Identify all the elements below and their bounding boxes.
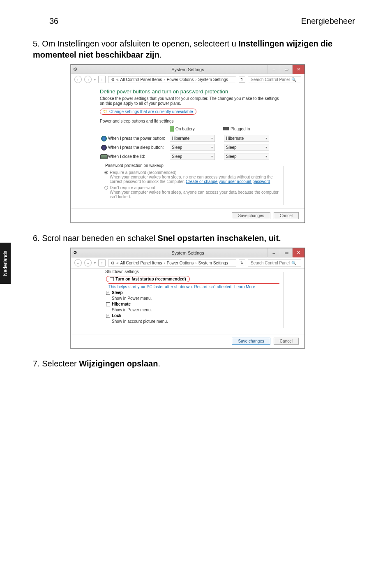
window-title: System Settings — [171, 67, 204, 72]
power-button-label: When I press the power button: — [108, 136, 170, 141]
window-maximize-button[interactable]: ▭ — [280, 248, 292, 257]
password-protection-group: Password protection on wakeup Require a … — [100, 166, 284, 205]
breadcrumb-item-2[interactable]: Power Options — [167, 261, 194, 265]
section-title: Energiebeheer — [301, 16, 355, 26]
power-sleep-lid-legend: Power and sleep buttons and lid settings — [100, 119, 284, 123]
chevron-right-icon: › — [195, 77, 196, 82]
window-close-button[interactable]: ✕ — [292, 65, 304, 74]
step-6-bold: Snel opstarten inschakelen, uit. — [158, 234, 281, 243]
step-6-number: 6. — [33, 234, 40, 243]
window-maximize-button[interactable]: ▭ — [280, 65, 292, 74]
shutdown-settings-group: Shutdown settings Turn on fast startup (… — [100, 272, 284, 328]
fast-startup-label: Turn on fast startup (recommended) — [115, 277, 186, 281]
chevron-down-icon: ▾ — [265, 155, 267, 158]
chevron-down-icon: ▾ — [211, 155, 213, 158]
chevron-down-icon: ▾ — [211, 137, 213, 140]
breadcrumb-icon: ⚙ — [111, 77, 115, 82]
breadcrumb-item-1[interactable]: All Control Panel Items — [120, 77, 162, 82]
breadcrumb-item-2[interactable]: Power Options — [167, 77, 194, 82]
no-password-label: Don't require a password — [110, 185, 155, 190]
breadcrumb-item-1[interactable]: All Control Panel Items — [120, 261, 162, 265]
up-button[interactable]: ↑ — [98, 259, 106, 266]
shutdown-settings-legend: Shutdown settings — [104, 269, 141, 274]
breadcrumb[interactable]: ⚙ « All Control Panel Items › Power Opti… — [108, 76, 236, 83]
chevron-right-icon: › — [164, 77, 165, 82]
refresh-button[interactable]: ↻ — [239, 76, 245, 83]
up-button[interactable]: ↑ — [98, 76, 106, 83]
shield-icon: 🛡 — [104, 109, 108, 114]
search-placeholder: Search Control Panel — [251, 77, 290, 82]
fast-startup-checkbox[interactable] — [110, 277, 114, 281]
no-password-radio[interactable] — [104, 186, 108, 190]
step-5-number: 5. — [33, 39, 40, 48]
learn-more-link[interactable]: Learn More — [234, 285, 255, 289]
search-icon: 🔍 — [291, 77, 296, 82]
breadcrumb-icon: ⚙ — [111, 261, 115, 265]
refresh-button[interactable]: ↻ — [239, 259, 245, 266]
plug-icon — [223, 127, 229, 130]
sleep-button-battery-value: Sleep — [172, 145, 182, 150]
search-input[interactable]: Search Control Panel 🔍 — [248, 259, 301, 266]
lock-checkbox[interactable] — [106, 314, 110, 318]
back-button[interactable]: ← — [74, 76, 82, 83]
plugged-in-header: Plugged in — [231, 127, 250, 131]
create-change-password-link[interactable]: Create or change your user account passw… — [186, 179, 270, 184]
close-lid-label: When I close the lid: — [108, 154, 170, 159]
cancel-button[interactable]: Cancel — [274, 338, 299, 345]
change-settings-link[interactable]: 🛡 Change settings that are currently una… — [100, 109, 196, 115]
screenshot-system-settings-1: ⚙ System Settings – ▭ ✕ ← → ▾ ↑ ⚙ « All … — [71, 65, 305, 223]
breadcrumb-item-3[interactable]: System Settings — [198, 261, 228, 265]
lock-checkbox-desc: Show in account picture menu. — [112, 319, 168, 324]
power-button-plugged-select[interactable]: Hibernate▾ — [224, 135, 269, 142]
close-lid-plugged-select[interactable]: Sleep▾ — [224, 153, 269, 160]
search-icon: 🔍 — [291, 261, 296, 265]
sleep-checkbox[interactable] — [106, 291, 110, 295]
close-lid-battery-select[interactable]: Sleep▾ — [170, 153, 215, 160]
power-button-battery-select[interactable]: Hibernate▾ — [170, 135, 215, 142]
chevron-down-icon: ▾ — [265, 137, 267, 140]
on-battery-header: On battery — [175, 127, 195, 131]
power-button-battery-value: Hibernate — [172, 136, 189, 141]
window-close-button[interactable]: ✕ — [292, 248, 304, 257]
lock-checkbox-label: Lock — [112, 313, 121, 318]
save-changes-button[interactable]: Save changes — [232, 338, 270, 345]
chevron-right-icon: › — [195, 261, 196, 265]
forward-button[interactable]: → — [84, 76, 92, 83]
breadcrumb-root: « — [116, 261, 119, 265]
search-input[interactable]: Search Control Panel 🔍 — [248, 76, 301, 83]
back-button[interactable]: ← — [74, 259, 82, 266]
power-button-plugged-value: Hibernate — [226, 136, 244, 141]
sidebar-language-tab: Nederlands — [0, 243, 11, 284]
window-minimize-button[interactable]: – — [267, 65, 280, 74]
cancel-button[interactable]: Cancel — [274, 212, 299, 219]
close-lid-battery-value: Sleep — [172, 154, 182, 159]
save-changes-button[interactable]: Save changes — [232, 212, 270, 219]
step-6-text: Scrol naar beneden en schakel — [42, 234, 157, 243]
hibernate-checkbox[interactable] — [106, 302, 110, 306]
power-button-icon — [101, 136, 107, 141]
sleep-button-label: When I press the sleep button: — [108, 145, 170, 150]
sleep-button-plugged-value: Sleep — [226, 145, 237, 150]
battery-icon — [170, 126, 174, 132]
forward-button[interactable]: → — [84, 259, 92, 266]
require-password-label: Require a password (recommended) — [110, 170, 176, 175]
close-lid-icon — [100, 154, 108, 159]
step-7-text: Selecteer — [42, 359, 79, 368]
hibernate-checkbox-label: Hibernate — [112, 302, 131, 306]
chevron-down-icon: ▾ — [265, 146, 267, 149]
sleep-button-plugged-select[interactable]: Sleep▾ — [224, 144, 269, 151]
history-dropdown-icon[interactable]: ▾ — [94, 78, 96, 81]
sleep-checkbox-label: Sleep — [112, 290, 123, 295]
no-password-desc: When your computer wakes from sleep, any… — [110, 190, 279, 199]
require-password-radio[interactable] — [104, 171, 108, 174]
history-dropdown-icon[interactable]: ▾ — [94, 261, 96, 265]
window-minimize-button[interactable]: – — [267, 248, 280, 257]
fast-startup-desc: This helps start your PC faster after sh… — [108, 285, 233, 289]
close-lid-plugged-value: Sleep — [226, 154, 237, 159]
breadcrumb-item-3[interactable]: System Settings — [198, 77, 228, 82]
step-5-period: . — [159, 50, 162, 59]
sleep-button-battery-select[interactable]: Sleep▾ — [170, 144, 215, 151]
breadcrumb[interactable]: ⚙ « All Control Panel Items › Power Opti… — [108, 259, 236, 266]
change-settings-link-label: Change settings that are currently unava… — [109, 109, 193, 114]
control-panel-icon: ⚙ — [71, 67, 79, 72]
